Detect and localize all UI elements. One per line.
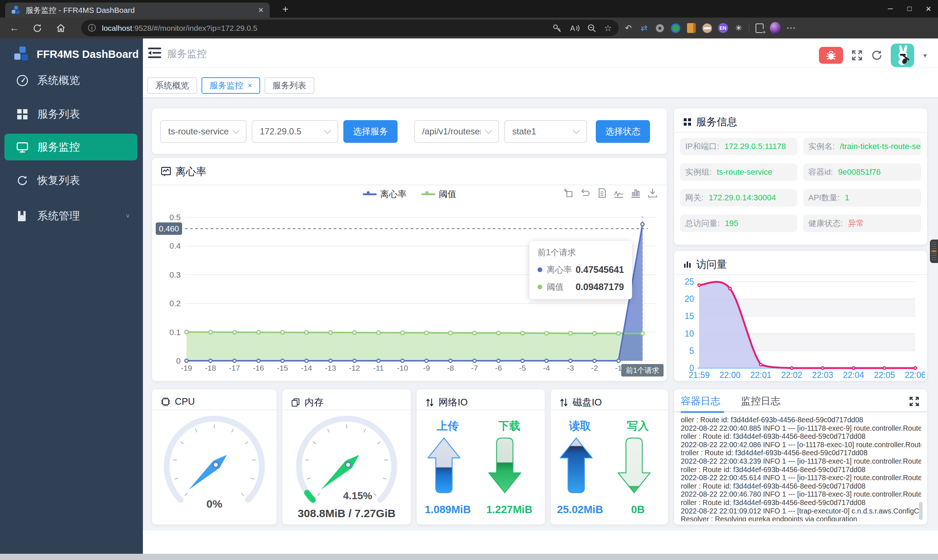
log-line: roller : Route id: f3d4d4ef-693b-4456-8e… bbox=[681, 466, 921, 474]
content-footer-space bbox=[143, 530, 938, 554]
card-title: CPU bbox=[175, 396, 195, 407]
read-aloud-icon[interactable]: A bbox=[569, 23, 580, 33]
chevron-down-icon: ˅ bbox=[126, 212, 130, 220]
data-zoom-icon[interactable] bbox=[563, 188, 574, 198]
window-close-button[interactable]: ✕ bbox=[919, 0, 938, 18]
updown-arrows-icon bbox=[425, 398, 434, 407]
field-label: IP和端口: bbox=[685, 141, 719, 152]
download-value: 1.227MiB bbox=[482, 504, 537, 516]
more-menu-icon[interactable]: ⋯ bbox=[786, 23, 796, 34]
field-label: 容器id: bbox=[808, 167, 833, 178]
tag-服务列表[interactable]: 服务列表 bbox=[265, 77, 314, 94]
svg-text:22:00: 22:00 bbox=[719, 370, 741, 380]
svg-text:5: 5 bbox=[689, 346, 694, 355]
svg-text:0: 0 bbox=[176, 356, 181, 366]
cpu-chip-icon bbox=[161, 397, 170, 406]
bar-chart-toggle-icon[interactable] bbox=[630, 188, 641, 198]
idm-extension-icon[interactable] bbox=[670, 23, 681, 34]
ring-extension-icon[interactable] bbox=[655, 23, 665, 34]
profile-avatar[interactable] bbox=[770, 23, 781, 34]
svg-text:-13: -13 bbox=[325, 364, 336, 372]
favorites-star-icon[interactable]: ☆ bbox=[604, 23, 612, 33]
avatar-extension-icon[interactable] bbox=[702, 23, 713, 34]
window-minimize-button[interactable]: ─ bbox=[881, 0, 900, 18]
tab-close-icon[interactable]: ✕ bbox=[258, 6, 264, 14]
choose-service-button[interactable]: 选择服务 bbox=[343, 120, 397, 143]
field-label: 网关: bbox=[685, 192, 704, 203]
window-maximize-button[interactable]: □ bbox=[900, 0, 919, 18]
log-scrollbar-thumb[interactable] bbox=[919, 502, 923, 520]
translate-en-icon[interactable]: EN bbox=[718, 23, 729, 34]
url-text[interactable]: localhost:9528/#/monitor/index?ip=172.29… bbox=[102, 24, 553, 32]
tag-系统概览[interactable]: 系统概览 bbox=[147, 77, 197, 94]
read-label: 读取 bbox=[554, 418, 606, 434]
read-arrow-icon bbox=[560, 438, 592, 492]
card-title: 网络IO bbox=[439, 396, 468, 409]
disk-io-card: 磁盘IO 读取 写入 25.02MiB 0B bbox=[551, 389, 668, 525]
state-select[interactable]: state1 bbox=[504, 120, 587, 143]
app-logo[interactable]: FFR4MS DashBoard bbox=[0, 43, 143, 66]
grid-icon bbox=[16, 108, 29, 120]
monitor-icon bbox=[16, 141, 29, 154]
field-label: 总访问量: bbox=[685, 218, 719, 229]
eccentricity-card: 离心率 离心率 阈值 00.10.20.30.40.50.460-19-18-1… bbox=[152, 158, 667, 381]
sidebar-item-service-monitor[interactable]: 服务监控 bbox=[5, 134, 137, 160]
avatar-caret-icon[interactable]: ▼ bbox=[922, 52, 928, 58]
restore-icon[interactable] bbox=[580, 188, 591, 198]
api-select[interactable]: /api/v1/routeservic bbox=[414, 120, 499, 143]
horizontal-scrollbar[interactable] bbox=[0, 554, 938, 560]
hamburger-fold-icon[interactable] bbox=[148, 47, 161, 59]
site-info-icon[interactable]: ⓘ bbox=[88, 23, 96, 34]
fullscreen-icon[interactable] bbox=[851, 49, 863, 61]
card-title: 服务信息 bbox=[696, 115, 737, 129]
password-key-icon[interactable] bbox=[553, 23, 562, 33]
write-arrow-icon bbox=[618, 438, 650, 492]
upload-value: 1.089MiB bbox=[420, 504, 475, 516]
sidebar-item-recovery-list[interactable]: 恢复列表 bbox=[0, 169, 143, 192]
data-view-icon[interactable] bbox=[596, 188, 607, 198]
visits-chart[interactable]: 051015202521:5922:0022:0122:0222:0322:04… bbox=[676, 277, 925, 380]
choose-state-button[interactable]: 选择状态 bbox=[596, 120, 650, 143]
browser-tab[interactable]: 服务监控 - FFR4MS DashBoard ✕ bbox=[5, 3, 270, 18]
sidebar-item-system-admin[interactable]: 系统管理˅ bbox=[0, 205, 143, 227]
refresh-page-icon[interactable] bbox=[871, 49, 883, 61]
expand-icon[interactable] bbox=[909, 396, 920, 407]
tab-container-log[interactable]: 容器日志 bbox=[681, 394, 720, 408]
user-avatar[interactable] bbox=[891, 43, 914, 67]
ip-select[interactable]: 172.29.0.5 bbox=[252, 120, 338, 143]
cpu-gauge bbox=[152, 411, 277, 506]
legend-item-threshold[interactable]: 阈值 bbox=[421, 188, 456, 200]
field-value: 195 bbox=[725, 218, 738, 228]
field-value: 1 bbox=[845, 193, 849, 203]
legend-item-eccentricity[interactable]: 离心率 bbox=[363, 188, 407, 200]
zoom-out-icon[interactable] bbox=[587, 23, 596, 33]
bug-report-button[interactable] bbox=[819, 47, 843, 64]
sidebar-item-overview[interactable]: 系统概览 bbox=[0, 69, 143, 92]
save-image-icon[interactable] bbox=[647, 188, 658, 198]
service-select[interactable]: ts-route-service bbox=[160, 120, 246, 143]
line-chart-toggle-icon[interactable] bbox=[613, 188, 624, 198]
svg-text:0.2: 0.2 bbox=[169, 299, 181, 308]
close-tag-icon[interactable]: × bbox=[248, 81, 252, 90]
log-output[interactable]: oller : Route id: f3d4d4ef-693b-4456-8ee… bbox=[681, 416, 921, 521]
tag-服务监控[interactable]: 服务监控× bbox=[202, 77, 260, 94]
cpu-value: 0% bbox=[152, 498, 277, 510]
sidebar-item-service-list[interactable]: 服务列表 bbox=[0, 103, 143, 125]
page-side-widget[interactable] bbox=[930, 240, 938, 263]
svg-text:-11: -11 bbox=[373, 364, 384, 372]
home-icon[interactable] bbox=[56, 23, 66, 33]
history-undo-icon[interactable]: ↶ bbox=[623, 23, 634, 34]
field-label: API数量: bbox=[808, 192, 840, 203]
reload-icon[interactable] bbox=[32, 23, 43, 33]
tab-swap-extension-icon[interactable]: ⇄ bbox=[639, 23, 650, 34]
orange-doc-extension-icon[interactable] bbox=[686, 23, 697, 34]
tab-monitor-log[interactable]: 监控日志 bbox=[741, 394, 781, 408]
extensions-puzzle-icon[interactable]: ✳ bbox=[733, 23, 744, 34]
field-label: 实例名: bbox=[808, 141, 835, 152]
svg-text:-9: -9 bbox=[423, 364, 430, 372]
address-bar[interactable]: ⓘ localhost:9528/#/monitor/index?ip=172.… bbox=[81, 20, 619, 36]
back-icon[interactable]: ← bbox=[9, 22, 19, 34]
new-tab-button[interactable]: + bbox=[278, 2, 293, 16]
collections-icon[interactable] bbox=[754, 23, 765, 34]
extensions-row: ↶ ⇄ EN ✳ ⋯ bbox=[623, 18, 796, 38]
